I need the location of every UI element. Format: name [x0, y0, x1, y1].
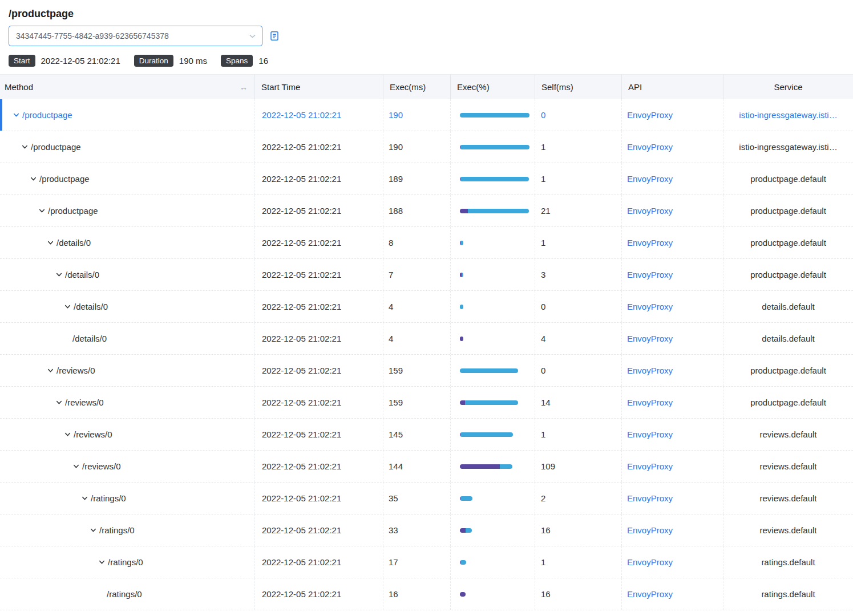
- chevron-down-icon[interactable]: [13, 111, 20, 119]
- api-cell[interactable]: EnvoyProxy: [622, 195, 723, 226]
- trace-row[interactable]: /details/02022-12-05 21:02:2140EnvoyProx…: [0, 291, 853, 323]
- method-label: /ratings/0: [99, 525, 135, 535]
- api-cell[interactable]: EnvoyProxy: [622, 546, 723, 578]
- exec-percent-cell: [451, 451, 535, 482]
- chevron-down-icon[interactable]: [90, 526, 97, 534]
- exec-ms-cell: 144: [383, 451, 451, 482]
- method-label: /reviews/0: [82, 461, 121, 471]
- api-cell[interactable]: EnvoyProxy: [622, 419, 723, 450]
- copy-icon[interactable]: [269, 30, 280, 42]
- chevron-down-icon[interactable]: [98, 558, 106, 566]
- exec-percent-cell: [451, 195, 535, 226]
- self-time-segment: [460, 400, 465, 405]
- exec-time-segment: [500, 464, 512, 469]
- exec-percent-bar: [460, 400, 518, 405]
- chevron-down-icon[interactable]: [55, 399, 63, 406]
- api-cell[interactable]: EnvoyProxy: [622, 323, 723, 354]
- exec-ms-cell: 35: [383, 483, 451, 514]
- exec-time-segment: [460, 305, 463, 309]
- selected-row-indicator: [0, 99, 2, 131]
- api-cell[interactable]: EnvoyProxy: [622, 99, 723, 131]
- api-cell[interactable]: EnvoyProxy: [622, 483, 723, 514]
- exec-percent-cell: [451, 387, 535, 418]
- chevron-down-icon[interactable]: [47, 367, 54, 374]
- exec-percent-cell: [451, 419, 535, 450]
- trace-row[interactable]: /productpage2022-12-05 21:02:211891Envoy…: [0, 163, 853, 195]
- table-header: Method ↔ Start Time Exec(ms) Exec(%) Sel…: [0, 74, 853, 99]
- trace-row[interactable]: /details/02022-12-05 21:02:2173EnvoyProx…: [0, 259, 853, 291]
- service-cell: details.default: [723, 323, 853, 354]
- trace-row[interactable]: /reviews/02022-12-05 21:02:211451EnvoyPr…: [0, 419, 853, 451]
- chevron-down-icon[interactable]: [64, 303, 71, 310]
- api-cell[interactable]: EnvoyProxy: [622, 514, 723, 546]
- method-cell: /reviews/0: [0, 419, 255, 450]
- service-cell: productpage.default: [723, 227, 853, 258]
- exec-percent-cell: [451, 483, 535, 514]
- service-cell: reviews.default: [723, 483, 853, 514]
- self-ms-cell: 1: [535, 163, 622, 194]
- chevron-down-icon[interactable]: [72, 463, 80, 470]
- column-resize-icon[interactable]: ↔: [240, 83, 248, 92]
- self-time-segment: [460, 528, 466, 533]
- trace-row[interactable]: /details/02022-12-05 21:02:2181EnvoyProx…: [0, 227, 853, 259]
- exec-time-segment: [460, 113, 529, 117]
- trace-row[interactable]: /reviews/02022-12-05 21:02:211590EnvoyPr…: [0, 355, 853, 387]
- service-cell: productpage.default: [723, 259, 853, 290]
- chevron-down-icon[interactable]: [21, 143, 29, 151]
- method-label: /productpage: [39, 174, 90, 184]
- chevron-down-icon[interactable]: [81, 495, 88, 502]
- start-time-cell: 2022-12-05 21:02:21: [255, 387, 383, 418]
- exec-time-segment: [460, 241, 463, 245]
- exec-percent-bar: [460, 305, 463, 309]
- exec-percent-bar: [460, 368, 518, 373]
- chevron-down-icon[interactable]: [55, 271, 63, 278]
- column-header-start-time: Start Time: [255, 75, 383, 99]
- chevron-down-icon[interactable]: [38, 207, 46, 214]
- exec-ms-cell: 159: [383, 355, 451, 386]
- method-cell: /productpage: [0, 163, 255, 194]
- chevron-down-icon[interactable]: [47, 239, 54, 246]
- trace-row[interactable]: /ratings/02022-12-05 21:02:21171EnvoyPro…: [0, 546, 853, 578]
- api-cell[interactable]: EnvoyProxy: [622, 355, 723, 386]
- start-time-cell: 2022-12-05 21:02:21: [255, 355, 383, 386]
- api-cell[interactable]: EnvoyProxy: [622, 291, 723, 322]
- api-cell[interactable]: EnvoyProxy: [622, 451, 723, 482]
- column-header-exec-ms: Exec(ms): [383, 75, 451, 99]
- api-cell[interactable]: EnvoyProxy: [622, 387, 723, 418]
- trace-row[interactable]: /productpage2022-12-05 21:02:211900Envoy…: [0, 99, 853, 131]
- api-cell[interactable]: EnvoyProxy: [622, 163, 723, 194]
- service-cell: ratings.default: [723, 546, 853, 578]
- trace-row[interactable]: /ratings/02022-12-05 21:02:211616EnvoyPr…: [0, 578, 853, 610]
- exec-ms-cell: 4: [383, 323, 451, 354]
- exec-ms-cell: 190: [383, 131, 451, 163]
- api-cell[interactable]: EnvoyProxy: [622, 578, 723, 610]
- exec-percent-cell: [451, 291, 535, 322]
- start-time-cell: 2022-12-05 21:02:21: [255, 578, 383, 610]
- api-cell[interactable]: EnvoyProxy: [622, 227, 723, 258]
- exec-percent-cell: [451, 259, 535, 290]
- self-ms-cell: 21: [535, 195, 622, 226]
- trace-row[interactable]: /productpage2022-12-05 21:02:2118821Envo…: [0, 195, 853, 227]
- trace-row[interactable]: /reviews/02022-12-05 21:02:21144109Envoy…: [0, 451, 853, 483]
- trace-row[interactable]: /details/02022-12-05 21:02:2144EnvoyProx…: [0, 323, 853, 355]
- trace-row[interactable]: /ratings/02022-12-05 21:02:21352EnvoyPro…: [0, 483, 853, 514]
- exec-percent-bar: [460, 209, 529, 213]
- spans-value: 16: [258, 56, 268, 66]
- trace-row[interactable]: /ratings/02022-12-05 21:02:213316EnvoyPr…: [0, 514, 853, 546]
- method-cell: /details/0: [0, 259, 255, 290]
- trace-id-select[interactable]: 34347445-7755-4842-a939-623656745378: [9, 26, 262, 46]
- table-body: /productpage2022-12-05 21:02:211900Envoy…: [0, 99, 853, 610]
- api-cell[interactable]: EnvoyProxy: [622, 131, 723, 163]
- start-time-cell: 2022-12-05 21:02:21: [255, 546, 383, 578]
- api-cell[interactable]: EnvoyProxy: [622, 259, 723, 290]
- service-cell: ratings.default: [723, 578, 853, 610]
- start-time-cell: 2022-12-05 21:02:21: [255, 483, 383, 514]
- exec-percent-bar: [460, 464, 512, 469]
- chevron-down-icon[interactable]: [64, 431, 71, 438]
- trace-row[interactable]: /productpage2022-12-05 21:02:211901Envoy…: [0, 131, 853, 163]
- method-cell: /details/0: [0, 227, 255, 258]
- method-label: /reviews/0: [65, 398, 104, 407]
- chevron-down-icon[interactable]: [30, 175, 37, 183]
- column-header-exec-percent: Exec(%): [451, 75, 535, 99]
- trace-row[interactable]: /reviews/02022-12-05 21:02:2115914EnvoyP…: [0, 387, 853, 419]
